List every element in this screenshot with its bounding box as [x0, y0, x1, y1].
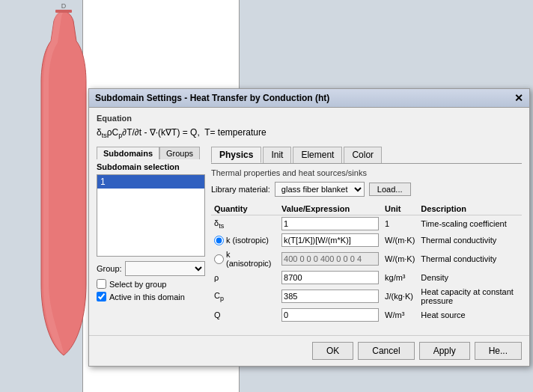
- param-unit: 1: [382, 215, 418, 233]
- physics-tabs: Physics Init Element Color: [211, 147, 522, 164]
- col-value: Value/Expression: [278, 203, 382, 215]
- library-label: Library material:: [211, 185, 270, 194]
- tab-color[interactable]: Color: [344, 147, 382, 163]
- equation-section: Equation δtsρCp∂T/∂t - ∇·(k∇T) = Q, T= t…: [97, 114, 522, 141]
- param-input-k-anisotropic: [281, 252, 379, 266]
- left-panel: Subdomains Groups Subdomain selection 1 …: [97, 147, 205, 323]
- param-name: Cp: [211, 286, 278, 307]
- table-row: δts 1 Time-scaling coefficient: [211, 215, 522, 233]
- radio-k-anisotropic[interactable]: [214, 254, 224, 264]
- table-row: Q W/m³ Heat source: [211, 307, 522, 323]
- svg-text:D: D: [61, 2, 67, 10]
- param-input-cp[interactable]: [281, 290, 379, 303]
- group-select[interactable]: [125, 261, 205, 276]
- param-desc: Time-scaling coefficient: [418, 215, 522, 233]
- right-panel: Physics Init Element Color Thermal prope…: [211, 147, 522, 323]
- dialog-titlebar: Subdomain Settings - Heat Transfer by Co…: [89, 89, 529, 108]
- param-value-cell: [278, 269, 382, 286]
- dialog-subdomain-settings: Subdomain Settings - Heat Transfer by Co…: [88, 88, 530, 367]
- param-desc: Heat source: [418, 307, 522, 323]
- ok-button[interactable]: OK: [312, 342, 353, 360]
- col-unit: Unit: [382, 203, 418, 215]
- param-desc: Thermal conductivity: [418, 232, 522, 248]
- param-name: k (anisotropic): [211, 248, 278, 269]
- table-row: k (anisotropic) W/(m·K) Thermal conducti…: [211, 248, 522, 269]
- left-panel-tabs: Subdomains Groups: [97, 147, 205, 159]
- param-input-delta-ts[interactable]: [281, 217, 379, 230]
- equation-label: Equation: [97, 114, 522, 123]
- param-input-k-isotropic[interactable]: [281, 233, 379, 247]
- group-label: Group:: [97, 264, 122, 273]
- table-row: k (isotropic) W/(m·K) Thermal conductivi…: [211, 232, 522, 248]
- param-value-cell: [278, 215, 382, 233]
- subdomain-item[interactable]: 1: [97, 175, 204, 189]
- group-row: Group:: [97, 261, 205, 276]
- radio-k-isotropic[interactable]: [214, 236, 224, 245]
- param-name: δts: [211, 215, 278, 233]
- load-button[interactable]: Load...: [369, 183, 411, 196]
- active-in-domain-row: Active in this domain: [97, 292, 205, 301]
- param-desc: Heat capacity at constant pressure: [418, 286, 522, 307]
- table-row: ρ kg/m³ Density: [211, 269, 522, 286]
- param-desc: Density: [418, 269, 522, 286]
- param-table: Quantity Value/Expression Unit Descripti…: [211, 203, 522, 323]
- dialog-body: Equation δtsρCp∂T/∂t - ∇·(k∇T) = Q, T= t…: [89, 108, 529, 329]
- param-input-q[interactable]: [281, 308, 379, 322]
- param-value-cell: [278, 286, 382, 307]
- active-in-domain-label: Active in this domain: [109, 293, 185, 301]
- param-value-cell: [278, 248, 382, 269]
- tab-init[interactable]: Init: [263, 147, 291, 163]
- param-name: k (isotropic): [211, 232, 278, 248]
- col-quantity: Quantity: [211, 203, 278, 215]
- apply-button[interactable]: Apply: [419, 342, 470, 360]
- param-unit: W/(m·K): [382, 232, 418, 248]
- select-by-group-row: Select by group: [97, 279, 205, 289]
- param-unit: kg/m³: [382, 269, 418, 286]
- select-by-group-checkbox[interactable]: [97, 279, 106, 289]
- body-layout: Subdomains Groups Subdomain selection 1 …: [97, 147, 522, 323]
- param-name: ρ: [211, 269, 278, 286]
- subdomain-selection-label: Subdomain selection: [97, 162, 205, 171]
- equation-text: δtsρCp∂T/∂t - ∇·(k∇T) = Q, T= temperatur…: [97, 126, 522, 141]
- param-unit: W/m³: [382, 307, 418, 323]
- library-material-select[interactable]: glass fiber blanket: [275, 182, 365, 197]
- active-in-domain-checkbox[interactable]: [97, 292, 106, 301]
- subdomain-list[interactable]: 1: [97, 174, 205, 257]
- param-value-cell: [278, 232, 382, 248]
- param-name: Q: [211, 307, 278, 323]
- col-description: Description: [418, 203, 522, 215]
- tab-element[interactable]: Element: [293, 147, 342, 163]
- param-desc: Thermal conductivity: [418, 248, 522, 269]
- param-unit: J/(kg·K): [382, 286, 418, 307]
- select-by-group-label: Select by group: [109, 280, 166, 289]
- dialog-title: Subdomain Settings - Heat Transfer by Co…: [95, 93, 329, 103]
- close-icon[interactable]: ✕: [514, 92, 523, 104]
- svg-rect-0: [55, 10, 72, 13]
- tab-subdomains[interactable]: Subdomains: [97, 147, 159, 159]
- dialog-footer: OK Cancel Apply He...: [89, 335, 529, 366]
- thermal-heading: Thermal properties and heat sources/sink…: [211, 168, 522, 177]
- table-row: Cp J/(kg·K) Heat capacity at constant pr…: [211, 286, 522, 307]
- tab-physics[interactable]: Physics: [211, 147, 261, 163]
- help-button[interactable]: He...: [475, 342, 522, 360]
- param-value-cell: [278, 307, 382, 323]
- param-unit: W/(m·K): [382, 248, 418, 269]
- library-row: Library material: glass fiber blanket Lo…: [211, 182, 522, 197]
- param-input-rho[interactable]: [281, 271, 379, 284]
- cancel-button[interactable]: Cancel: [358, 342, 414, 360]
- tab-groups[interactable]: Groups: [159, 147, 200, 159]
